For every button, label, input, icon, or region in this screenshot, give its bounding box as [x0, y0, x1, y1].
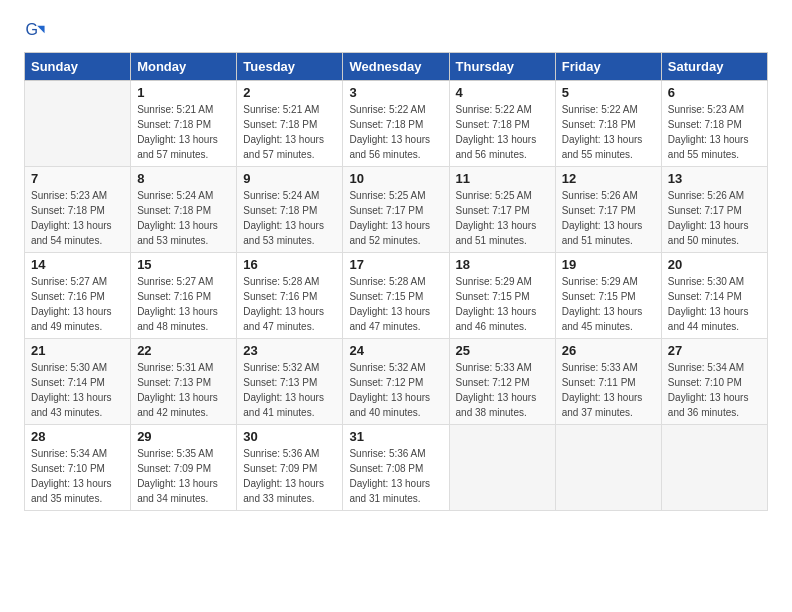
day-number: 31	[349, 429, 442, 444]
day-info: Sunrise: 5:36 AM Sunset: 7:09 PM Dayligh…	[243, 446, 336, 506]
day-cell: 14Sunrise: 5:27 AM Sunset: 7:16 PM Dayli…	[25, 253, 131, 339]
day-cell: 1Sunrise: 5:21 AM Sunset: 7:18 PM Daylig…	[131, 81, 237, 167]
svg-text:G: G	[25, 20, 38, 38]
day-number: 10	[349, 171, 442, 186]
day-cell: 24Sunrise: 5:32 AM Sunset: 7:12 PM Dayli…	[343, 339, 449, 425]
calendar-header-row: SundayMondayTuesdayWednesdayThursdayFrid…	[25, 53, 768, 81]
day-cell	[555, 425, 661, 511]
day-number: 19	[562, 257, 655, 272]
day-info: Sunrise: 5:30 AM Sunset: 7:14 PM Dayligh…	[668, 274, 761, 334]
week-row-1: 1Sunrise: 5:21 AM Sunset: 7:18 PM Daylig…	[25, 81, 768, 167]
calendar-table: SundayMondayTuesdayWednesdayThursdayFrid…	[24, 52, 768, 511]
day-cell: 28Sunrise: 5:34 AM Sunset: 7:10 PM Dayli…	[25, 425, 131, 511]
day-info: Sunrise: 5:27 AM Sunset: 7:16 PM Dayligh…	[31, 274, 124, 334]
day-info: Sunrise: 5:27 AM Sunset: 7:16 PM Dayligh…	[137, 274, 230, 334]
header-thursday: Thursday	[449, 53, 555, 81]
day-number: 17	[349, 257, 442, 272]
day-number: 11	[456, 171, 549, 186]
header-wednesday: Wednesday	[343, 53, 449, 81]
header-sunday: Sunday	[25, 53, 131, 81]
day-cell	[25, 81, 131, 167]
day-info: Sunrise: 5:23 AM Sunset: 7:18 PM Dayligh…	[668, 102, 761, 162]
day-cell: 5Sunrise: 5:22 AM Sunset: 7:18 PM Daylig…	[555, 81, 661, 167]
day-cell: 21Sunrise: 5:30 AM Sunset: 7:14 PM Dayli…	[25, 339, 131, 425]
day-info: Sunrise: 5:34 AM Sunset: 7:10 PM Dayligh…	[31, 446, 124, 506]
week-row-2: 7Sunrise: 5:23 AM Sunset: 7:18 PM Daylig…	[25, 167, 768, 253]
day-number: 18	[456, 257, 549, 272]
day-cell: 27Sunrise: 5:34 AM Sunset: 7:10 PM Dayli…	[661, 339, 767, 425]
calendar-body: 1Sunrise: 5:21 AM Sunset: 7:18 PM Daylig…	[25, 81, 768, 511]
day-cell: 9Sunrise: 5:24 AM Sunset: 7:18 PM Daylig…	[237, 167, 343, 253]
day-cell: 23Sunrise: 5:32 AM Sunset: 7:13 PM Dayli…	[237, 339, 343, 425]
day-cell: 29Sunrise: 5:35 AM Sunset: 7:09 PM Dayli…	[131, 425, 237, 511]
day-cell: 3Sunrise: 5:22 AM Sunset: 7:18 PM Daylig…	[343, 81, 449, 167]
day-info: Sunrise: 5:22 AM Sunset: 7:18 PM Dayligh…	[349, 102, 442, 162]
logo: G	[24, 20, 50, 42]
day-info: Sunrise: 5:22 AM Sunset: 7:18 PM Dayligh…	[456, 102, 549, 162]
day-number: 22	[137, 343, 230, 358]
day-cell: 22Sunrise: 5:31 AM Sunset: 7:13 PM Dayli…	[131, 339, 237, 425]
week-row-4: 21Sunrise: 5:30 AM Sunset: 7:14 PM Dayli…	[25, 339, 768, 425]
day-number: 30	[243, 429, 336, 444]
day-number: 28	[31, 429, 124, 444]
day-info: Sunrise: 5:24 AM Sunset: 7:18 PM Dayligh…	[137, 188, 230, 248]
day-info: Sunrise: 5:34 AM Sunset: 7:10 PM Dayligh…	[668, 360, 761, 420]
day-info: Sunrise: 5:26 AM Sunset: 7:17 PM Dayligh…	[668, 188, 761, 248]
day-number: 7	[31, 171, 124, 186]
day-cell: 15Sunrise: 5:27 AM Sunset: 7:16 PM Dayli…	[131, 253, 237, 339]
day-info: Sunrise: 5:25 AM Sunset: 7:17 PM Dayligh…	[349, 188, 442, 248]
day-number: 15	[137, 257, 230, 272]
day-number: 25	[456, 343, 549, 358]
day-cell: 26Sunrise: 5:33 AM Sunset: 7:11 PM Dayli…	[555, 339, 661, 425]
day-number: 8	[137, 171, 230, 186]
day-info: Sunrise: 5:32 AM Sunset: 7:13 PM Dayligh…	[243, 360, 336, 420]
day-info: Sunrise: 5:28 AM Sunset: 7:16 PM Dayligh…	[243, 274, 336, 334]
day-cell: 25Sunrise: 5:33 AM Sunset: 7:12 PM Dayli…	[449, 339, 555, 425]
day-cell: 12Sunrise: 5:26 AM Sunset: 7:17 PM Dayli…	[555, 167, 661, 253]
day-number: 13	[668, 171, 761, 186]
day-info: Sunrise: 5:33 AM Sunset: 7:12 PM Dayligh…	[456, 360, 549, 420]
day-info: Sunrise: 5:25 AM Sunset: 7:17 PM Dayligh…	[456, 188, 549, 248]
day-info: Sunrise: 5:22 AM Sunset: 7:18 PM Dayligh…	[562, 102, 655, 162]
day-cell: 18Sunrise: 5:29 AM Sunset: 7:15 PM Dayli…	[449, 253, 555, 339]
week-row-3: 14Sunrise: 5:27 AM Sunset: 7:16 PM Dayli…	[25, 253, 768, 339]
page-header: G	[24, 20, 768, 42]
day-info: Sunrise: 5:29 AM Sunset: 7:15 PM Dayligh…	[456, 274, 549, 334]
day-number: 12	[562, 171, 655, 186]
day-info: Sunrise: 5:23 AM Sunset: 7:18 PM Dayligh…	[31, 188, 124, 248]
day-cell: 10Sunrise: 5:25 AM Sunset: 7:17 PM Dayli…	[343, 167, 449, 253]
day-cell: 30Sunrise: 5:36 AM Sunset: 7:09 PM Dayli…	[237, 425, 343, 511]
day-cell: 17Sunrise: 5:28 AM Sunset: 7:15 PM Dayli…	[343, 253, 449, 339]
day-cell: 16Sunrise: 5:28 AM Sunset: 7:16 PM Dayli…	[237, 253, 343, 339]
day-number: 5	[562, 85, 655, 100]
day-info: Sunrise: 5:35 AM Sunset: 7:09 PM Dayligh…	[137, 446, 230, 506]
day-number: 24	[349, 343, 442, 358]
day-info: Sunrise: 5:21 AM Sunset: 7:18 PM Dayligh…	[243, 102, 336, 162]
day-info: Sunrise: 5:30 AM Sunset: 7:14 PM Dayligh…	[31, 360, 124, 420]
day-number: 27	[668, 343, 761, 358]
day-cell: 31Sunrise: 5:36 AM Sunset: 7:08 PM Dayli…	[343, 425, 449, 511]
day-cell: 6Sunrise: 5:23 AM Sunset: 7:18 PM Daylig…	[661, 81, 767, 167]
day-number: 21	[31, 343, 124, 358]
day-info: Sunrise: 5:33 AM Sunset: 7:11 PM Dayligh…	[562, 360, 655, 420]
week-row-5: 28Sunrise: 5:34 AM Sunset: 7:10 PM Dayli…	[25, 425, 768, 511]
day-cell	[449, 425, 555, 511]
day-cell: 2Sunrise: 5:21 AM Sunset: 7:18 PM Daylig…	[237, 81, 343, 167]
header-friday: Friday	[555, 53, 661, 81]
day-cell: 7Sunrise: 5:23 AM Sunset: 7:18 PM Daylig…	[25, 167, 131, 253]
day-number: 4	[456, 85, 549, 100]
day-info: Sunrise: 5:31 AM Sunset: 7:13 PM Dayligh…	[137, 360, 230, 420]
day-number: 26	[562, 343, 655, 358]
header-saturday: Saturday	[661, 53, 767, 81]
day-number: 23	[243, 343, 336, 358]
day-info: Sunrise: 5:24 AM Sunset: 7:18 PM Dayligh…	[243, 188, 336, 248]
header-monday: Monday	[131, 53, 237, 81]
day-info: Sunrise: 5:21 AM Sunset: 7:18 PM Dayligh…	[137, 102, 230, 162]
day-number: 6	[668, 85, 761, 100]
day-cell	[661, 425, 767, 511]
day-number: 9	[243, 171, 336, 186]
day-info: Sunrise: 5:36 AM Sunset: 7:08 PM Dayligh…	[349, 446, 442, 506]
day-number: 29	[137, 429, 230, 444]
day-number: 14	[31, 257, 124, 272]
logo-icon: G	[24, 20, 46, 42]
